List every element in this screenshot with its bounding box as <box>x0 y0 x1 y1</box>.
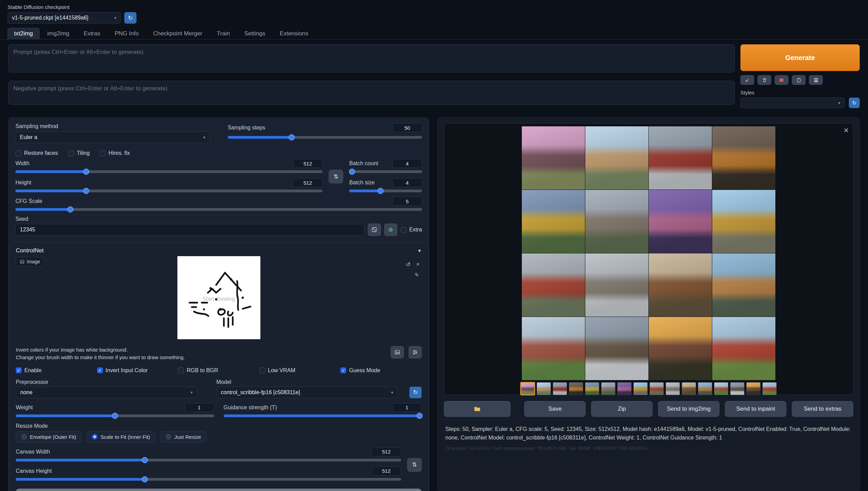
tab-img2img[interactable]: img2img <box>41 28 76 39</box>
gallery-thumbnail[interactable] <box>553 382 567 395</box>
refresh-controlnet-models-button[interactable]: ↻ <box>409 387 422 398</box>
tab-extras[interactable]: Extras <box>77 28 107 39</box>
save-button[interactable]: Save <box>524 401 586 417</box>
controlnet-image-tab[interactable]: Image <box>16 257 44 266</box>
gallery-image[interactable] <box>585 190 648 253</box>
batch-size-value[interactable]: 4 <box>392 178 422 187</box>
extra-networks-button[interactable] <box>775 75 788 85</box>
gallery-thumbnail[interactable] <box>537 382 551 395</box>
controlnet-weight-value[interactable]: 1 <box>185 403 214 412</box>
guess-mode-checkbox[interactable]: Guess Mode <box>340 367 422 374</box>
gallery-thumbnail[interactable] <box>649 382 664 395</box>
gallery-thumbnail[interactable] <box>666 382 680 395</box>
slider-thumb[interactable] <box>112 413 118 419</box>
close-gallery-button[interactable]: × <box>844 125 849 136</box>
gallery-image[interactable] <box>649 190 712 253</box>
batch-size-slider[interactable] <box>349 188 422 194</box>
tab-txt2img[interactable]: txt2img <box>8 28 39 39</box>
resize-scale-to-fit-radio[interactable]: Scale to Fit (Inner Fit) <box>86 431 155 443</box>
low-vram-checkbox[interactable]: Low VRAM <box>259 367 341 374</box>
gallery-thumbnail[interactable] <box>633 382 648 395</box>
generate-button[interactable]: Generate <box>740 44 860 71</box>
invert-input-color-checkbox[interactable]: Invert Input Color <box>97 367 178 374</box>
guidance-strength-slider[interactable] <box>224 413 422 419</box>
styles-select[interactable]: ▾ <box>740 98 845 108</box>
random-seed-button[interactable] <box>368 224 381 236</box>
slider-thumb[interactable] <box>142 476 148 482</box>
height-value[interactable]: 512 <box>293 178 322 187</box>
canvas-height-slider[interactable] <box>16 476 401 482</box>
gallery-image[interactable] <box>649 253 712 317</box>
canvas-width-value[interactable]: 512 <box>372 447 401 456</box>
batch-count-value[interactable]: 4 <box>392 159 422 168</box>
send-to-extras-button[interactable]: Send to extras <box>792 401 853 417</box>
tiling-checkbox[interactable]: Tiling <box>68 150 90 156</box>
resize-just-resize-radio[interactable]: Just Resize <box>160 431 207 443</box>
width-value[interactable]: 512 <box>293 159 322 168</box>
paste-params-button[interactable]: ↙ <box>740 75 754 85</box>
height-slider[interactable] <box>15 188 322 194</box>
slider-thumb[interactable] <box>417 413 423 419</box>
reuse-seed-button[interactable]: ♻ <box>384 224 397 236</box>
refresh-checkpoints-button[interactable]: ↻ <box>124 12 137 24</box>
swap-width-height-button[interactable]: ⇅ <box>329 170 343 183</box>
sampling-method-select[interactable]: Euler a ▾ <box>15 132 210 143</box>
send-to-img2img-button[interactable]: Send to img2img <box>658 401 719 417</box>
brush-color-icon[interactable]: ✎ <box>414 272 419 278</box>
slider-thumb[interactable] <box>83 188 89 194</box>
gallery-thumbnail[interactable] <box>569 382 583 395</box>
canvas-width-slider[interactable] <box>16 457 401 463</box>
slider-thumb[interactable] <box>142 457 148 463</box>
tab-extensions[interactable]: Extensions <box>273 28 315 39</box>
resize-envelope-radio[interactable]: Envelope (Outer Fit) <box>16 431 82 443</box>
negative-prompt-input[interactable] <box>8 81 735 105</box>
rgb-to-bgr-checkbox[interactable]: RGB to BGR <box>178 367 259 374</box>
gallery-thumbnail[interactable] <box>520 382 535 395</box>
gallery-image[interactable] <box>585 253 648 317</box>
gallery-thumbnail[interactable] <box>730 382 744 395</box>
width-slider[interactable] <box>15 169 322 175</box>
slider-thumb[interactable] <box>83 169 89 175</box>
gallery-thumbnail[interactable] <box>746 382 761 395</box>
save-style-button[interactable] <box>809 75 823 85</box>
gallery-thumbnail[interactable] <box>682 382 696 395</box>
controlnet-model-select[interactable]: control_scribble-fp16 [c508311e] ▾ <box>216 387 398 398</box>
gallery-thumbnail[interactable] <box>617 382 632 395</box>
gallery-thumbnail[interactable] <box>762 382 777 395</box>
gallery-image[interactable] <box>522 126 585 190</box>
sampling-steps-value[interactable]: 50 <box>392 123 422 132</box>
create-canvas-button[interactable] <box>16 489 422 491</box>
gallery-image[interactable] <box>712 317 775 380</box>
send-to-inpaint-button[interactable]: Send to inpaint <box>725 401 786 417</box>
undo-drawing-icon[interactable]: ↺ <box>406 261 411 268</box>
restore-faces-checkbox[interactable]: Restore faces <box>15 150 58 156</box>
tab-checkpoint-merger[interactable]: Checkpoint Merger <box>146 28 209 39</box>
clear-canvas-icon[interactable]: × <box>416 261 420 268</box>
prompt-input[interactable] <box>8 44 735 72</box>
controlnet-weight-slider[interactable] <box>16 413 214 419</box>
adjust-settings-button[interactable] <box>409 346 422 358</box>
gallery-thumbnail[interactable] <box>601 382 615 395</box>
cfg-scale-value[interactable]: 5 <box>392 197 422 206</box>
refresh-styles-button[interactable]: ↻ <box>849 98 860 108</box>
clear-prompt-button[interactable] <box>758 75 771 85</box>
hires-fix-checkbox[interactable]: Hires. fix <box>100 150 130 156</box>
swap-canvas-dims-button[interactable]: ⇅ <box>407 458 422 472</box>
gallery-image[interactable] <box>522 317 585 380</box>
cfg-scale-slider[interactable] <box>15 206 422 213</box>
seed-input[interactable] <box>15 224 364 236</box>
gallery-image[interactable] <box>712 190 775 253</box>
gallery-thumbnail[interactable] <box>714 382 728 395</box>
slider-thumb[interactable] <box>349 169 355 175</box>
tab-train[interactable]: Train <box>210 28 236 39</box>
gallery-image[interactable] <box>585 317 648 380</box>
gallery-thumbnail[interactable] <box>698 382 712 395</box>
controlnet-header[interactable]: ControlNet ▼ <box>16 247 422 254</box>
controlnet-enable-checkbox[interactable]: Enable <box>16 367 97 374</box>
slider-thumb[interactable] <box>289 134 295 140</box>
gallery-image[interactable] <box>712 253 775 317</box>
tab-png-info[interactable]: PNG Info <box>108 28 145 39</box>
gallery-image[interactable] <box>649 126 712 190</box>
extra-seed-checkbox[interactable]: Extra <box>401 227 422 233</box>
canvas-height-value[interactable]: 512 <box>372 467 401 476</box>
